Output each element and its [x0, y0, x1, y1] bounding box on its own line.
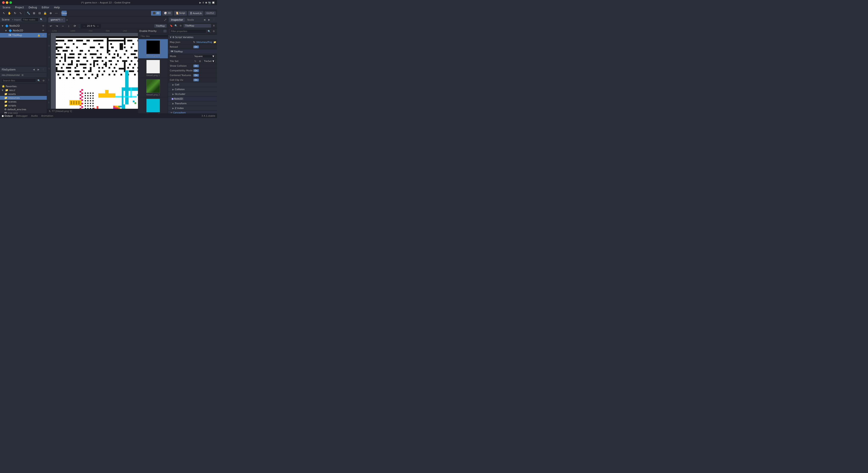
- inspector-search[interactable]: 🔍: [174, 24, 178, 28]
- tab-expand-button[interactable]: ⤢: [164, 18, 166, 22]
- zoom-in-btn[interactable]: +: [96, 24, 100, 28]
- fs-res[interactable]: ▼ 📁 res://: [0, 88, 47, 92]
- select-tool[interactable]: ↖: [1, 11, 6, 16]
- tree-item-node2d-child[interactable]: ▼ 🔷 Node2D 👁: [0, 28, 47, 33]
- tree-item-node2d-root[interactable]: ▼ 🔷 Node2D 👁: [0, 24, 47, 28]
- menu-scene[interactable]: Scene: [2, 6, 11, 9]
- window-controls[interactable]: [2, 1, 12, 4]
- prop-map-json-refresh[interactable]: ↻: [193, 41, 195, 43]
- prop-cell-clip-toggle[interactable]: On: [193, 79, 199, 81]
- undo-btn[interactable]: ↩: [48, 24, 53, 29]
- section-canvasitem[interactable]: ✏ CanvasItem: [168, 111, 217, 113]
- tab-inspector[interactable]: Inspector: [169, 18, 185, 22]
- minimize-button[interactable]: [6, 1, 8, 4]
- tile-item-2[interactable]: tileset.png 2: [138, 78, 168, 97]
- filter-nodes-input[interactable]: [22, 18, 39, 22]
- filter-prop-settings[interactable]: ⚙: [212, 29, 216, 33]
- inspector-history-next[interactable]: ▶: [207, 18, 211, 22]
- filter-prop-icon[interactable]: 🔍: [207, 29, 211, 33]
- mode-assetlib[interactable]: 🗄 AssetLib: [188, 11, 204, 16]
- canvas-bg[interactable]: [47, 33, 138, 113]
- status-animation[interactable]: Animation: [41, 115, 53, 117]
- move-tool[interactable]: ✋: [7, 11, 12, 16]
- mode-script[interactable]: 📜 Script: [174, 11, 187, 16]
- scene-import-button[interactable]: Import: [16, 18, 20, 22]
- fs-assets[interactable]: 📁 assets: [0, 92, 47, 96]
- inspector-settings[interactable]: ⋮: [212, 18, 216, 22]
- search-files-input[interactable]: [1, 79, 36, 83]
- prop-compat-mode-toggle[interactable]: On: [193, 69, 199, 72]
- prop-tile-set-dropdown[interactable]: TileSet▼: [203, 59, 215, 63]
- section-transform[interactable]: ▶ Transform: [168, 101, 217, 106]
- prop-mode-dropdown[interactable]: Square▼: [193, 55, 215, 58]
- lock-toggle[interactable]: 🔒: [37, 33, 41, 37]
- more-tool[interactable]: ⋯: [54, 11, 59, 16]
- fs-filter-icon[interactable]: ⚙: [42, 79, 45, 83]
- zoom-out-btn[interactable]: −: [82, 24, 86, 28]
- status-output[interactable]: ● Output: [2, 115, 12, 117]
- inspector-filter[interactable]: ⚙: [179, 24, 183, 28]
- prop-map-json-folder[interactable]: 📁: [213, 40, 217, 44]
- fs-scripts[interactable]: 📁 scripts: [0, 104, 47, 108]
- fs-settings-btn[interactable]: ⋮: [41, 68, 45, 71]
- inspector-history-prev[interactable]: ◀: [203, 18, 206, 22]
- priority-toggle[interactable]: ·: [163, 30, 166, 32]
- mode-3d[interactable]: 🎲 3D: [162, 11, 173, 16]
- redo-btn[interactable]: ↪: [54, 24, 59, 29]
- tab-game[interactable]: game(*) ✕: [48, 17, 65, 23]
- fs-forward-btn[interactable]: ▶: [36, 68, 40, 71]
- prop-show-collision-toggle[interactable]: On: [193, 64, 199, 67]
- section-script-variables[interactable]: ▼ ⚙ Script Variables: [168, 35, 217, 40]
- fs-scenes[interactable]: 📁 scenes: [0, 100, 47, 104]
- prop-reload-toggle[interactable]: On: [193, 46, 199, 48]
- scale-tool[interactable]: ⤡: [18, 11, 23, 16]
- menu-help[interactable]: Help: [53, 6, 61, 9]
- section-collision[interactable]: ▶ Collision: [168, 87, 217, 92]
- maximize-button[interactable]: [9, 1, 12, 4]
- filter-icon[interactable]: 🔍: [39, 18, 43, 22]
- lock-tool[interactable]: 🔒: [42, 11, 48, 16]
- tile-item-1[interactable]: tileset.png 1: [138, 59, 168, 78]
- visibility-toggle[interactable]: 👁: [41, 24, 45, 28]
- menu-debug[interactable]: Debug: [28, 6, 38, 9]
- rotate-btn[interactable]: ⟳: [72, 24, 77, 29]
- status-audio[interactable]: Audio: [31, 115, 38, 117]
- fs-default-env[interactable]: ⚙ default_env.tres: [0, 108, 47, 111]
- menu-project[interactable]: Project: [14, 6, 25, 9]
- section-zindex[interactable]: ▶ Z Index: [168, 106, 217, 111]
- close-button[interactable]: [2, 1, 5, 4]
- flip-h-btn[interactable]: ↔: [60, 24, 65, 29]
- tab-close-icon[interactable]: ✕: [61, 19, 63, 21]
- tile-item-3[interactable]: tileset.png 3: [138, 97, 168, 113]
- prop-map-json-value[interactable]: /Volumes/Proj: [196, 41, 212, 43]
- prop-tile-set-grid[interactable]: ⊞: [198, 59, 202, 63]
- flip-v-btn[interactable]: ↕: [66, 24, 71, 29]
- section-cell[interactable]: ▶ Cell: [168, 83, 217, 87]
- fs-resources[interactable]: 📁 resources: [0, 96, 47, 100]
- snap-tool[interactable]: ⊞: [31, 11, 36, 16]
- fs-icon-png[interactable]: 🖼 icon.png: [0, 111, 47, 113]
- inspector-expand-icon[interactable]: ⬆: [212, 24, 216, 28]
- rotate-tool[interactable]: ↻: [12, 11, 18, 16]
- grid-tool[interactable]: ⊟: [37, 11, 42, 16]
- tree-item-tilemap[interactable]: 🗺 TileMap 🔒 👁: [0, 33, 47, 38]
- menu-editor[interactable]: Editor: [41, 6, 50, 9]
- mode-2d[interactable]: ⬛ 2D: [151, 11, 161, 16]
- tab-add-button[interactable]: +: [66, 18, 68, 22]
- fs-back-btn[interactable]: ◀: [32, 68, 36, 71]
- transform-tool[interactable]: 🔧: [26, 11, 31, 16]
- fs-favorites[interactable]: ⭐ Favorites:: [0, 84, 47, 88]
- tab-node[interactable]: Node: [186, 18, 196, 22]
- section-tilemap[interactable]: 🗺 TileMap: [168, 49, 217, 54]
- section-node2d[interactable]: Node2D: [168, 96, 217, 101]
- status-debugger[interactable]: Debugger: [16, 115, 28, 117]
- fs-search-icon[interactable]: 🔍: [37, 79, 41, 83]
- fs-layout-btn[interactable]: ⊞: [21, 73, 25, 77]
- group-tool[interactable]: ⊕: [48, 11, 53, 16]
- tile-item-0[interactable]: tileset.png 0: [138, 39, 168, 59]
- filter-tiles-input[interactable]: [140, 34, 168, 38]
- visibility-toggle-2[interactable]: 👁: [41, 29, 45, 32]
- tilemap-viewport[interactable]: [56, 36, 138, 113]
- gles-badge[interactable]: GLES2: [205, 11, 216, 15]
- prop-tile-set-refresh[interactable]: ↻: [193, 59, 197, 63]
